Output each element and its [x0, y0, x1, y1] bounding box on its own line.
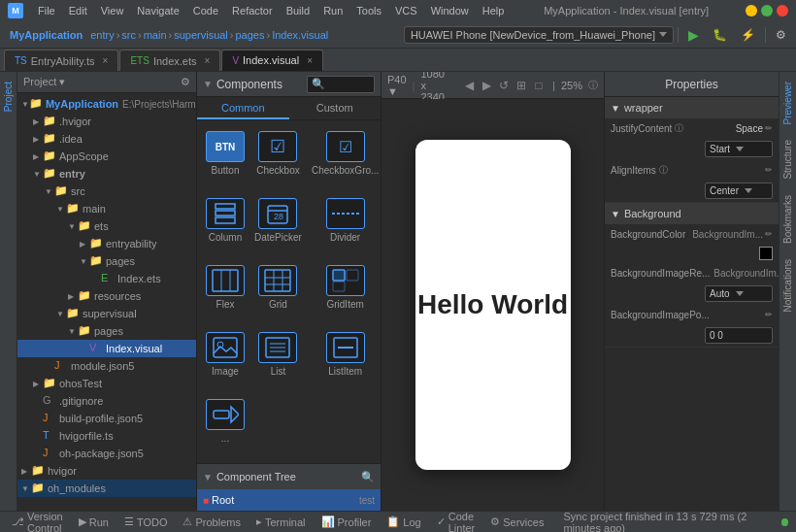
todo-btn[interactable]: ☰ TODO	[120, 512, 172, 533]
tree-item-oh-modules[interactable]: ▼ 📁 oh_modules	[17, 480, 196, 497]
nav-fit-btn[interactable]: ⊞	[514, 78, 529, 93]
alignitems-info-icon[interactable]: ⓘ	[659, 164, 668, 177]
comp-item-checkbox[interactable]: ☑ Checkbox	[251, 126, 305, 189]
comp-item-griditem[interactable]: GridItem	[309, 260, 381, 323]
tab-close-index-visual[interactable]: ×	[307, 55, 313, 66]
tree-item-hvigorfile[interactable]: ▶ T hvigorfile.ts	[17, 427, 196, 445]
tree-item-ohostest[interactable]: ▶ 📁 ohosTest	[17, 375, 196, 392]
comp-item-image[interactable]: Image	[203, 327, 248, 390]
log-btn[interactable]: 📋 Log	[382, 512, 424, 533]
menu-vcs[interactable]: VCS	[392, 4, 420, 17]
tree-item-pages-ets[interactable]: ▼ 📁 pages	[17, 252, 196, 270]
tab-close-index-ets[interactable]: ×	[205, 55, 211, 66]
nav-back-btn[interactable]: ◀	[461, 78, 477, 93]
menu-refactor[interactable]: Refactor	[229, 4, 276, 17]
services-btn[interactable]: ⚙ Services	[486, 512, 547, 533]
breadcrumb-file[interactable]: Index.visual	[272, 29, 328, 41]
tab-entry-ability[interactable]: TS EntryAbility.ts ×	[4, 50, 118, 71]
menu-file[interactable]: File	[35, 4, 58, 17]
color-swatch[interactable]	[759, 247, 773, 260]
comp-item-button[interactable]: BTN Button	[203, 126, 248, 189]
comp-item-column[interactable]: Column	[203, 193, 248, 256]
tree-item-idea[interactable]: ▶ 📁 .idea	[17, 130, 196, 148]
structure-tab[interactable]: Structure	[780, 134, 795, 185]
project-panel-tab[interactable]: Project	[1, 76, 16, 117]
comp-tree-search-icon[interactable]: 🔍	[361, 471, 375, 483]
breadcrumb-supervisual[interactable]: supervisual	[174, 29, 228, 41]
terminal-btn[interactable]: ▸ Terminal	[252, 512, 310, 533]
tree-item-pages-supervisual[interactable]: ▼ 📁 pages	[17, 322, 196, 340]
profiler-btn[interactable]: 📊 Profiler	[317, 512, 376, 533]
nav-refresh-btn[interactable]: ↺	[496, 78, 512, 93]
comp-item-listitem[interactable]: ListItem	[309, 327, 381, 390]
tree-item-root[interactable]: ▼ 📁 MyApplication E:\Projects\Harmony\..…	[17, 95, 196, 113]
tree-item-appscope[interactable]: ▶ 📁 AppScope	[17, 148, 196, 165]
menu-run[interactable]: Run	[320, 4, 346, 17]
menu-view[interactable]: View	[98, 4, 127, 17]
tree-item-src[interactable]: ▼ 📁 src	[17, 183, 196, 200]
justifycontent-info-icon[interactable]: ⓘ	[675, 122, 683, 135]
menu-code[interactable]: Code	[190, 4, 221, 17]
run-button[interactable]: ▶	[682, 24, 705, 46]
tree-item-hvigor[interactable]: ▶ 📁 .hvigor	[17, 113, 196, 130]
nav-zoom-out-btn[interactable]: □	[531, 78, 547, 93]
comp-item-list[interactable]: List	[251, 327, 305, 390]
maximize-button[interactable]	[761, 5, 773, 17]
center-dropdown[interactable]: Center	[705, 183, 773, 199]
bookmarks-tab[interactable]: Bookmarks	[780, 189, 795, 249]
menu-navigate[interactable]: Navigate	[134, 4, 182, 17]
tab-close-entry-ability[interactable]: ×	[103, 55, 109, 66]
zoom-info-icon[interactable]: ⓘ	[588, 78, 598, 93]
tree-item-index-visual[interactable]: ▶ V Index.visual	[17, 340, 196, 357]
comp-item-flex[interactable]: Flex	[203, 260, 248, 323]
menu-tools[interactable]: Tools	[353, 4, 384, 17]
tree-item-oh-package[interactable]: ▶ J oh-package.json5	[17, 445, 196, 462]
run-btn[interactable]: ▶ Run	[75, 512, 113, 533]
canvas-device-label[interactable]: P40 ▼	[387, 74, 407, 97]
code-linter-btn[interactable]: ✓ Code Linter	[433, 512, 480, 533]
menu-build[interactable]: Build	[283, 4, 313, 17]
breadcrumb-src[interactable]: src	[121, 29, 136, 41]
tree-item-entryability[interactable]: ▶ 📁 entryability	[17, 235, 196, 252]
tree-item-supervisual[interactable]: ▼ 📁 supervisual	[17, 305, 196, 322]
start-dropdown[interactable]: Start	[705, 141, 773, 157]
previewer-tab[interactable]: Previewer	[780, 76, 795, 130]
tree-item-gitignore[interactable]: ▶ G .gitignore	[17, 392, 196, 410]
close-button[interactable]	[777, 5, 788, 17]
justifycontent-edit-icon[interactable]: ✏	[765, 123, 773, 133]
tree-item-resources[interactable]: ▶ 📁 resources	[17, 287, 196, 305]
tree-item-module-json5[interactable]: ▶ J module.json5	[17, 357, 196, 375]
comp-item-datepicker[interactable]: 28 DatePicker	[251, 193, 305, 256]
alignitems-edit-icon[interactable]: ✏	[765, 165, 773, 175]
app-name-btn[interactable]: MyApplication	[4, 24, 88, 46]
tree-item-ets[interactable]: ▼ 📁 ets	[17, 217, 196, 235]
settings-button[interactable]: ⚙	[770, 24, 792, 46]
tree-item-index-ets[interactable]: ▶ E Index.ets	[17, 270, 196, 287]
breadcrumb-pages[interactable]: pages	[235, 29, 264, 41]
minimize-button[interactable]	[746, 5, 757, 17]
comp-tree-root[interactable]: ■ Root test	[197, 489, 381, 511]
collapse-comp-icon[interactable]: ▼	[203, 79, 213, 89]
tree-item-build-profile[interactable]: ▶ J build-profile.json5	[17, 410, 196, 427]
problems-btn[interactable]: ⚠ Problems	[179, 512, 244, 533]
tab-index-visual[interactable]: V Index.visual ×	[221, 50, 323, 71]
prop-section-header-wrapper[interactable]: ▼ wrapper	[605, 97, 779, 118]
comp-item-divider[interactable]: Divider	[309, 193, 381, 256]
project-gear-icon[interactable]: ⚙	[181, 76, 190, 88]
bgimgpo-edit-icon[interactable]: ✏	[765, 310, 773, 319]
version-control-btn[interactable]: ⎇ Version Control	[8, 512, 67, 533]
comp-item-grid[interactable]: Grid	[251, 260, 305, 323]
comp-item-checkboxgroup[interactable]: ☑ CheckboxGro...	[309, 126, 381, 189]
comp-tab-common[interactable]: Common	[197, 97, 289, 119]
bgcolor-edit-icon[interactable]: ✏	[765, 229, 773, 239]
nav-forward-btn[interactable]: ▶	[479, 78, 494, 93]
device-selector[interactable]: HUAWEI Phone [NewDevice_from_Huawei_Phon…	[404, 26, 674, 44]
tab-index-ets[interactable]: ETS Index.ets ×	[119, 50, 220, 71]
tree-item-entry[interactable]: ▼ 📁 entry	[17, 165, 196, 183]
comp-search-box[interactable]: 🔍	[307, 76, 375, 93]
tree-item-hvigor-root[interactable]: ▶ 📁 hvigor	[17, 462, 196, 480]
menu-help[interactable]: Help	[480, 4, 508, 17]
notifications-tab[interactable]: Notifications	[780, 253, 795, 317]
breadcrumb-main[interactable]: main	[144, 29, 167, 41]
tree-item-main[interactable]: ▼ 📁 main	[17, 200, 196, 217]
